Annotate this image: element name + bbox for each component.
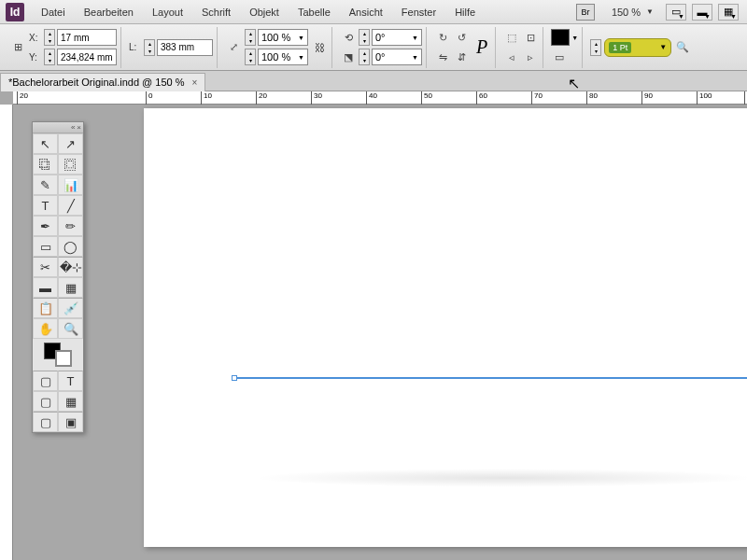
select-prev-icon[interactable]: ◃ bbox=[503, 49, 520, 65]
select-next-icon[interactable]: ▹ bbox=[522, 49, 539, 65]
menu-fenster[interactable]: Fenster bbox=[392, 3, 445, 21]
ruler-tick: 50 bbox=[421, 91, 432, 105]
rotate-dropdown[interactable]: 0°▼ bbox=[372, 29, 422, 46]
x-label: X: bbox=[29, 33, 42, 43]
ruler-tick: 10 bbox=[201, 91, 212, 105]
scaley-spinner[interactable]: ▴▾ bbox=[245, 49, 256, 65]
smooth-tool[interactable]: ✏ bbox=[58, 216, 83, 236]
workspace-button[interactable]: ▦▼ bbox=[718, 4, 739, 21]
flip-h-icon[interactable]: ⇋ bbox=[434, 49, 451, 65]
shear-spinner[interactable]: ▴▾ bbox=[359, 49, 370, 65]
rotate-spinner[interactable]: ▴▾ bbox=[359, 29, 370, 46]
y-input[interactable] bbox=[57, 49, 117, 65]
zoom-value: 150 % bbox=[612, 7, 641, 18]
rectangle-tool[interactable]: ▭ bbox=[33, 236, 58, 257]
tools-panel: « × ↖ ↗ ⿻ ⿴ ✎ 📊 T ╱ ✒ ✏ ▭ ◯ ✂ �⊹ ▬ ▦ 📋 bbox=[32, 121, 84, 433]
x-input[interactable] bbox=[57, 29, 117, 46]
chevron-down-icon: ▼ bbox=[646, 7, 654, 16]
stroke-weight-dropdown[interactable]: 1 Pt ▼ bbox=[604, 38, 671, 57]
fill-swatch[interactable] bbox=[551, 29, 570, 46]
scale-x-dropdown[interactable]: 100 %▼ bbox=[258, 29, 308, 46]
format-container-tool[interactable]: ▢ bbox=[33, 371, 58, 391]
canvas[interactable]: « × ↖ ↗ ⿻ ⿴ ✎ 📊 T ╱ ✒ ✏ ▭ ◯ ✂ �⊹ ▬ ▦ 📋 bbox=[13, 105, 747, 560]
y-spinner[interactable]: ▴▾ bbox=[44, 49, 55, 65]
menu-bearbeiten[interactable]: Bearbeiten bbox=[75, 3, 143, 21]
tools-panel-header[interactable]: « × bbox=[33, 122, 83, 133]
rotate-cw-icon[interactable]: ↻ bbox=[434, 29, 451, 46]
text-tool[interactable]: T bbox=[33, 195, 58, 216]
document-tab[interactable]: *Bachelorarbeit Original.indd @ 150 % × bbox=[0, 73, 205, 91]
hand-tool[interactable]: ✋ bbox=[33, 318, 58, 339]
document-tab-title: *Bachelorarbeit Original.indd @ 150 % bbox=[8, 77, 185, 88]
type-tool[interactable]: 📊 bbox=[58, 175, 83, 195]
page-tool[interactable]: ⿻ bbox=[33, 154, 58, 175]
close-tab-icon[interactable]: × bbox=[192, 77, 198, 88]
collapse-icon[interactable]: « bbox=[71, 123, 75, 132]
close-icon[interactable]: × bbox=[77, 123, 81, 132]
menu-ansicht[interactable]: Ansicht bbox=[340, 3, 392, 21]
menu-tabelle[interactable]: Tabelle bbox=[289, 3, 340, 21]
screen-mode-button[interactable]: ▭▼ bbox=[666, 4, 686, 21]
scale-y-dropdown[interactable]: 100 %▼ bbox=[258, 49, 308, 65]
scalex-spinner[interactable]: ▴▾ bbox=[245, 29, 256, 46]
ellipse-tool[interactable]: ◯ bbox=[58, 236, 83, 257]
transform-tool[interactable]: �⊹ bbox=[58, 257, 83, 277]
select-container-icon[interactable]: ⬚ bbox=[503, 29, 520, 46]
ruler-tick: 40 bbox=[366, 91, 377, 105]
line-tool[interactable]: ╱ bbox=[58, 195, 83, 216]
reference-point-icon[interactable]: ⊞ bbox=[9, 39, 26, 56]
horizontal-ruler[interactable]: 20 0 10 20 30 40 50 60 70 80 90 100 110 bbox=[13, 91, 747, 105]
selection-tool[interactable]: ↖ bbox=[33, 133, 58, 154]
rotate-icon: ⟲ bbox=[340, 29, 357, 46]
pencil-tool[interactable]: ✒ bbox=[33, 216, 58, 236]
menu-layout[interactable]: Layout bbox=[143, 3, 192, 21]
menu-schrift[interactable]: Schrift bbox=[192, 3, 240, 21]
arrange-button[interactable]: ▬▼ bbox=[692, 4, 712, 21]
stroke-style-icon[interactable]: ▭ bbox=[551, 49, 568, 65]
ruler-tick: 90 bbox=[641, 91, 653, 105]
eyedropper-tool[interactable]: 💉 bbox=[58, 298, 83, 318]
ruler-tick: 60 bbox=[476, 91, 487, 105]
pen-tool[interactable]: ✎ bbox=[33, 175, 58, 195]
workspace: 20 0 10 20 30 40 50 60 70 80 90 100 110 … bbox=[0, 91, 747, 560]
preview-view-tool[interactable]: ▣ bbox=[58, 412, 83, 432]
ruler-tick: 30 bbox=[311, 91, 322, 105]
shear-dropdown[interactable]: 0°▼ bbox=[372, 49, 422, 65]
flip-v-icon[interactable]: ⇵ bbox=[453, 49, 470, 65]
bridge-button[interactable]: Br bbox=[576, 4, 595, 21]
gap-tool[interactable]: ⿴ bbox=[58, 154, 83, 175]
fill-chevron-icon[interactable]: ▼ bbox=[571, 35, 578, 41]
stroke-color[interactable] bbox=[55, 350, 72, 367]
apply-none-tool[interactable]: ▢ bbox=[33, 391, 58, 412]
menu-hilfe[interactable]: Hilfe bbox=[445, 3, 485, 21]
format-text-tool[interactable]: T bbox=[58, 371, 83, 391]
zoom-level-dropdown[interactable]: 150 % ▼ bbox=[606, 5, 659, 20]
gradient-feather-tool[interactable]: ▦ bbox=[58, 277, 83, 298]
menu-objekt[interactable]: Objekt bbox=[240, 3, 289, 21]
l-spinner[interactable]: ▴▾ bbox=[144, 39, 155, 56]
direct-selection-tool[interactable]: ↗ bbox=[58, 133, 83, 154]
link-scale-icon[interactable]: ⛓ bbox=[311, 39, 328, 56]
control-bar: ⊞ X: ▴▾ Y: ▴▾ L: ▴▾ ⤢ ▴▾ 100 %▼ bbox=[0, 24, 747, 71]
apply-gradient-tool[interactable]: ▦ bbox=[58, 391, 83, 412]
rotate-ccw-icon[interactable]: ↺ bbox=[453, 29, 470, 46]
l-input[interactable] bbox=[157, 39, 213, 56]
stroke-weight-spinner[interactable]: ▴▾ bbox=[590, 39, 601, 56]
select-content-icon[interactable]: ⊡ bbox=[522, 29, 539, 46]
l-label: L: bbox=[129, 42, 142, 52]
fill-stroke-swatch[interactable] bbox=[44, 343, 72, 367]
zoom-tool[interactable]: 🔍 bbox=[58, 318, 83, 339]
gradient-tool[interactable]: ▬ bbox=[33, 277, 58, 298]
chevron-down-icon: ▼ bbox=[659, 43, 667, 51]
scissors-tool[interactable]: ✂ bbox=[33, 257, 58, 277]
ruler-tick: 20 bbox=[256, 91, 267, 105]
note-tool[interactable]: 📋 bbox=[33, 298, 58, 318]
selected-line-object[interactable] bbox=[233, 377, 747, 379]
menu-datei[interactable]: Datei bbox=[32, 3, 75, 21]
selection-handle[interactable] bbox=[232, 375, 237, 381]
stroke-weight-value: 1 Pt bbox=[609, 42, 631, 53]
x-spinner[interactable]: ▴▾ bbox=[44, 29, 55, 46]
normal-view-tool[interactable]: ▢ bbox=[33, 412, 58, 432]
vertical-ruler[interactable] bbox=[0, 105, 13, 560]
quick-apply-icon[interactable]: 🔍 bbox=[674, 39, 691, 56]
